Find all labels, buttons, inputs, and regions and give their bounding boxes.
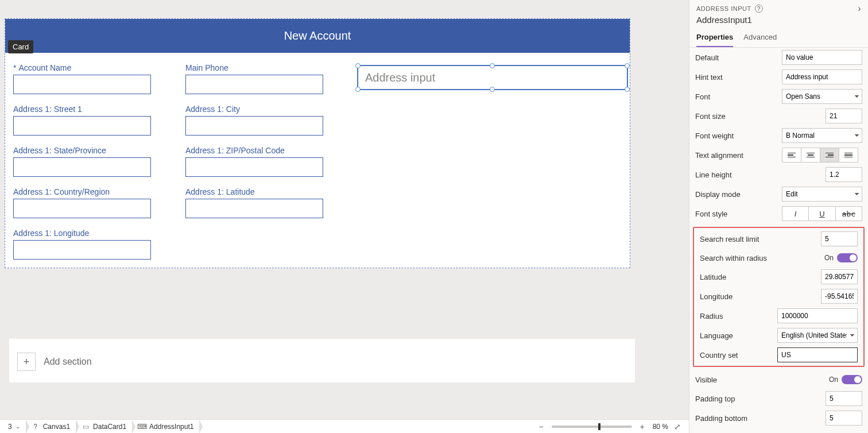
input-default[interactable] [782,50,862,65]
field-account-name: *Account Name [13,63,180,94]
field-zip: Address 1: ZIP/Postal Code [185,146,352,177]
highlighted-section: Search result limit Search within radius… [693,227,865,367]
help-icon[interactable]: ? [755,5,763,13]
canvas-area[interactable]: Card New Account *Account Name Address 1… [0,0,689,419]
label-padding-top: Padding top [695,395,826,403]
resize-handle-tr[interactable] [625,63,630,68]
select-font-weight[interactable]: B Normal [782,128,862,143]
zoom-slider[interactable] [552,426,632,428]
field-city: Address 1: City [185,105,352,136]
address-input-placeholder: Address input [365,71,435,84]
breadcrumb-first-label: 3 [8,423,12,431]
label-language: Language [700,331,777,340]
tab-properties[interactable]: Properties [696,29,733,47]
input-line-height[interactable] [826,167,862,182]
input-city[interactable] [185,116,323,136]
strikethrough-button[interactable]: abc [835,206,862,221]
label-state: Address 1: State/Province [13,146,106,155]
input-zip[interactable] [185,157,323,177]
input-main-phone[interactable] [185,75,323,94]
resize-handle-tl[interactable] [355,63,361,68]
row-padding-bottom: Padding bottom [689,408,868,428]
label-search-radius: Search within radius [700,254,824,262]
label-city: Address 1: City [185,105,240,114]
input-hint-text[interactable] [782,69,862,84]
label-search-limit: Search result limit [700,235,821,243]
input-street1[interactable] [13,116,151,136]
breadcrumb-canvas[interactable]: ? Canvas1 [26,420,76,433]
align-justify-button[interactable] [839,148,858,163]
panel-header-label: ADDRESS INPUT [696,5,751,12]
input-state[interactable] [13,157,151,177]
zoom-in-button[interactable]: + [638,422,647,431]
field-country: Address 1: Country/Region [13,187,180,218]
select-display-mode[interactable]: Edit [782,187,862,202]
row-radius-prop: Radius [694,306,863,326]
fullscreen-icon[interactable]: ⤢ [674,422,681,431]
zoom-out-button[interactable]: − [537,422,546,431]
input-account-name[interactable] [13,75,151,94]
row-text-alignment: Text alignment [689,145,868,165]
input-padding-bottom[interactable] [826,411,862,426]
resize-handle-br[interactable] [625,87,630,92]
toggle-search-radius-label: On [824,254,834,262]
label-visible: Visible [695,376,829,384]
label-zip: Address 1: ZIP/Postal Code [185,146,285,155]
label-street1: Address 1: Street 1 [13,105,82,114]
add-section-button[interactable]: + Add section [9,343,635,382]
resize-handle-bm[interactable] [490,87,495,92]
breadcrumb-first[interactable]: 3 ⌄ [2,420,26,433]
row-padding-top: Padding top [689,389,868,408]
label-hint-text: Hint text [695,73,782,82]
row-search-radius: Search within radius On [694,249,863,267]
toggle-search-radius[interactable] [837,253,858,262]
row-line-height: Line height [689,165,868,184]
breadcrumb-bar: 3 ⌄ ? Canvas1 ▭ DataCard1 ⌨ AddressInput… [0,419,689,433]
row-language: Language English (United States) [694,326,863,345]
help-icon: ? [32,423,40,431]
label-longitude-prop: Longitude [700,292,821,301]
input-padding-top[interactable] [826,391,862,406]
italic-button[interactable]: I [782,206,809,221]
align-right-button[interactable] [820,148,839,163]
select-font[interactable]: Open Sans [782,89,862,104]
label-font-weight: Font weight [695,132,782,140]
control-name: AddressInput1 [689,15,868,29]
form-card[interactable]: New Account *Account Name Address 1: Str… [5,18,630,268]
label-display-mode: Display mode [695,190,782,199]
input-radius-prop[interactable] [777,308,858,323]
select-language[interactable]: English (United States) [777,328,858,343]
input-latitude-prop[interactable] [821,269,858,284]
row-font-weight: Font weight B Normal [689,126,868,145]
input-search-limit[interactable] [821,231,858,246]
row-font-style: Font style I U abc [689,204,868,223]
toggle-visible[interactable] [842,375,862,384]
properties-panel[interactable]: ADDRESS INPUT ? › AddressInput1 Properti… [689,0,868,433]
plus-icon: + [17,353,36,371]
field-state: Address 1: State/Province [13,146,180,177]
address-input-control[interactable]: Address input [358,65,627,90]
input-country[interactable] [13,199,151,218]
resize-handle-tm[interactable] [490,63,495,68]
input-longitude-prop[interactable] [821,289,858,304]
field-latitude: Address 1: Latitude [185,187,352,218]
input-icon: ⌨ [138,423,146,431]
align-left-button[interactable] [782,148,801,163]
breadcrumb-canvas-label: Canvas1 [43,423,70,431]
row-visible: Visible On [689,370,868,389]
zoom-percent: 80 % [653,423,668,431]
input-country-set[interactable] [777,347,858,362]
resize-handle-bl[interactable] [355,87,361,92]
row-longitude-prop: Longitude [694,287,863,306]
align-center-button[interactable] [801,148,820,163]
input-font-size[interactable] [826,109,862,123]
input-longitude[interactable] [13,240,151,260]
input-latitude[interactable] [185,199,323,218]
breadcrumb-addressinput[interactable]: ⌨ AddressInput1 [132,420,199,433]
tab-advanced[interactable]: Advanced [743,29,777,47]
label-country: Address 1: Country/Region [13,187,110,196]
breadcrumb-datacard[interactable]: ▭ DataCard1 [76,420,132,433]
chevron-right-icon[interactable]: › [858,3,861,14]
panel-header: ADDRESS INPUT ? › [689,0,868,15]
underline-button[interactable]: U [808,206,835,221]
